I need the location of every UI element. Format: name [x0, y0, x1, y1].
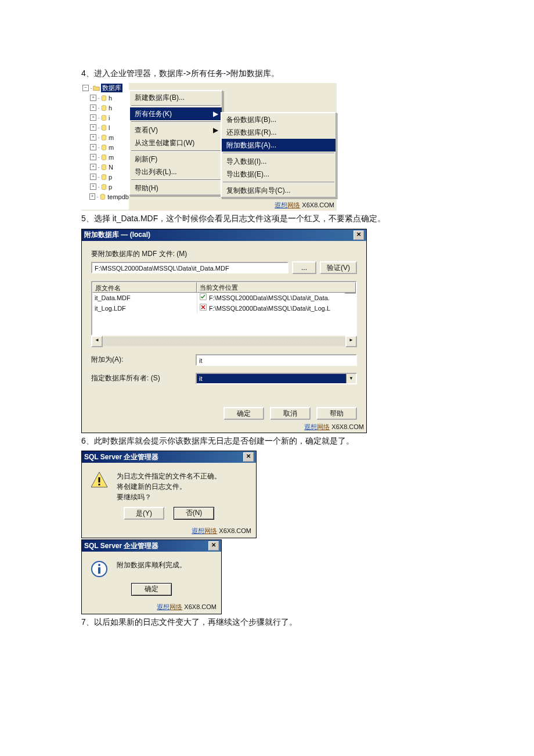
titlebar[interactable]: SQL Server 企业管理器 ✕: [82, 451, 256, 463]
horizontal-scrollbar[interactable]: ◄ ►: [91, 336, 357, 347]
ok-button[interactable]: 确定: [131, 583, 172, 596]
menu-item[interactable]: 导入数据(I)...: [222, 155, 335, 168]
tree-item[interactable]: +··m: [81, 152, 129, 162]
warning-messagebox: SQL Server 企业管理器 ✕ 为日志文件指定的文件名不正确。 将创建新的…: [81, 451, 257, 538]
help-button[interactable]: 帮助: [316, 407, 357, 420]
x-icon: [200, 303, 207, 314]
database-icon: [100, 105, 107, 111]
close-icon[interactable]: ✕: [243, 452, 254, 462]
table-row[interactable]: it_Log.LDFF:\MSSQL2000Data\MSSQL\Data\it…: [92, 303, 356, 314]
tree-item[interactable]: +··tempdb: [81, 192, 129, 201]
message-text: 为日志文件指定的文件名不正确。 将创建新的日志文件。 要继续吗？: [117, 471, 221, 502]
col-orig-header[interactable]: 原文件名: [92, 282, 197, 293]
menu-item[interactable]: 附加数据库(A)...: [222, 139, 335, 152]
col-loc-header[interactable]: 当前文件位置: [197, 282, 356, 293]
titlebar[interactable]: 附加数据库 — (local) ✕: [82, 229, 366, 241]
ok-button[interactable]: 确定: [223, 407, 264, 420]
menu-item[interactable]: 帮助(H): [130, 182, 222, 195]
database-icon: [100, 164, 107, 171]
collapse-icon[interactable]: −: [82, 85, 89, 91]
close-icon[interactable]: ✕: [208, 541, 219, 550]
tree-item[interactable]: +··p: [81, 182, 129, 192]
expand-icon[interactable]: +: [90, 183, 96, 190]
tree-item[interactable]: +··p: [81, 172, 129, 182]
attach-db-dialog: 附加数据库 — (local) ✕ 要附加数据库的 MDF 文件: (M) F:…: [81, 229, 367, 433]
expand-icon[interactable]: +: [90, 164, 96, 170]
menu-item[interactable]: 查看(V)▶: [130, 124, 222, 136]
owner-combo[interactable]: it ▼: [196, 373, 357, 384]
menu-item[interactable]: 导出数据(E)...: [222, 168, 335, 181]
context-menu-1[interactable]: 新建数据库(B)...所有任务(K)▶查看(V)▶从这里创建窗口(W)刷新(F)…: [129, 90, 223, 196]
database-icon: [100, 134, 107, 141]
context-menu-2[interactable]: 备份数据库(B)...还原数据库(R)...附加数据库(A)...导入数据(I)…: [221, 112, 337, 198]
folder-icon: [93, 85, 100, 92]
watermark: 遐想网络 X6X8.COM: [80, 603, 219, 613]
step5-text: 5、选择 it_Data.MDF，这个时候你会看见日志文件这项是一个红叉，不要紧…: [81, 212, 453, 225]
verify-button[interactable]: 验证(V): [320, 261, 357, 274]
cancel-button[interactable]: 取消: [270, 407, 311, 420]
table-row[interactable]: it_Data.MDFF:\MSSQL2000Data\MSSQL\Data\i…: [92, 293, 356, 303]
database-icon: [100, 183, 107, 190]
attach-as-input[interactable]: it: [196, 354, 357, 366]
menu-item[interactable]: 刷新(F): [130, 153, 222, 165]
watermark: 遐想网络 X6X8.COM: [275, 201, 334, 210]
submenu-arrow-icon: ▶: [213, 110, 218, 118]
expand-icon[interactable]: +: [90, 154, 96, 160]
menu-item[interactable]: 导出列表(L)...: [130, 165, 222, 178]
database-icon: [100, 114, 107, 121]
svg-rect-14: [99, 484, 100, 485]
expand-icon[interactable]: +: [90, 174, 96, 180]
tree-item[interactable]: +··h: [81, 93, 129, 103]
expand-icon[interactable]: +: [90, 134, 96, 141]
files-grid[interactable]: ▲ 原文件名 当前文件位置 it_Data.MDFF:\MSSQL2000Dat…: [91, 281, 357, 336]
message-text: 附加数据库顺利完成。: [117, 560, 186, 578]
tree-item[interactable]: +··N: [81, 162, 129, 172]
menu-item[interactable]: 所有任务(K)▶: [130, 107, 222, 120]
step7-text: 7、以后如果新的日志文件变大了，再继续这个步骤就行了。: [81, 615, 453, 628]
tree-root-row[interactable]: − ·· 数据库: [81, 83, 129, 93]
step6-text: 6、此时数据库就会提示你该数据库无日志是否创建一个新的，确定就是了。: [81, 434, 453, 447]
mdf-path-input[interactable]: F:\MSSQL2000Data\MSSQL\Data\it_Data.MDF: [91, 262, 288, 273]
titlebar[interactable]: SQL Server 企业管理器 ✕: [82, 540, 221, 552]
attach-as-label: 附加为(A):: [91, 355, 196, 365]
menu-item[interactable]: 复制数据库向导(C)...: [222, 184, 335, 197]
tree-view[interactable]: − ·· 数据库 +··h+··h+··i+··l+··m+··m+··m+··…: [81, 83, 129, 210]
expand-icon[interactable]: +: [90, 114, 96, 121]
owner-label: 指定数据库所有者: (S): [91, 373, 196, 383]
expand-icon[interactable]: +: [90, 105, 96, 111]
dialog-title: 附加数据库 — (local): [84, 230, 150, 240]
menu-item[interactable]: 还原数据库(R)...: [222, 126, 335, 139]
chevron-down-icon[interactable]: ▼: [346, 374, 356, 383]
step4-text: 4、进入企业管理器，数据库->所有任务->附加数据库。: [81, 67, 453, 80]
browse-button[interactable]: ...: [292, 261, 316, 274]
database-icon: [100, 154, 107, 161]
expand-icon[interactable]: +: [89, 193, 95, 200]
yes-button[interactable]: 是(Y): [124, 507, 164, 520]
expand-icon[interactable]: +: [90, 144, 96, 150]
watermark: 遐想网络 X6X8.COM: [80, 527, 254, 537]
database-icon: [100, 174, 107, 181]
scroll-left-icon[interactable]: ◄: [91, 336, 103, 347]
tree-item[interactable]: +··l: [81, 123, 129, 132]
close-icon[interactable]: ✕: [353, 231, 364, 240]
no-button[interactable]: 否(N): [174, 507, 214, 520]
database-icon: [99, 193, 106, 200]
tree-item[interactable]: +··m: [81, 142, 129, 152]
expand-icon[interactable]: +: [90, 95, 96, 101]
tree-root-label[interactable]: 数据库: [101, 84, 122, 92]
scroll-right-icon[interactable]: ►: [345, 336, 357, 347]
dialog-title: SQL Server 企业管理器: [84, 452, 158, 462]
menu-item[interactable]: 新建数据库(B)...: [130, 91, 222, 104]
menu-item[interactable]: 从这里创建窗口(W): [130, 136, 222, 149]
info-icon: [90, 560, 109, 578]
expand-icon[interactable]: +: [90, 124, 96, 131]
menu-item[interactable]: 备份数据库(B)...: [222, 113, 335, 126]
tree-item[interactable]: +··m: [81, 132, 129, 142]
warning-icon: [90, 471, 109, 489]
svg-rect-17: [98, 567, 100, 574]
tree-item[interactable]: +··h: [81, 103, 129, 113]
mdf-label: 要附加数据库的 MDF 文件: (M): [91, 249, 357, 259]
database-icon: [100, 144, 107, 151]
tree-item[interactable]: +··i: [81, 113, 129, 123]
dialog-title: SQL Server 企业管理器: [84, 541, 158, 551]
